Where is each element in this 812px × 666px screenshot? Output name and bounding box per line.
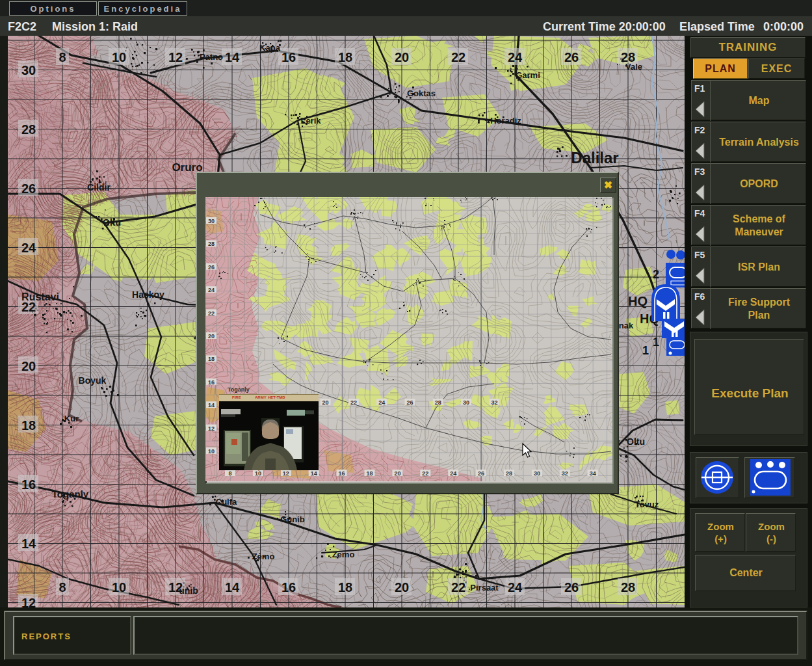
svg-text:18: 18 (338, 50, 352, 64)
svg-text:12: 12 (168, 50, 183, 64)
svg-text:Kapa: Kapa (259, 43, 281, 53)
svg-text:26: 26 (208, 264, 215, 271)
svg-text:28: 28 (621, 580, 635, 594)
svg-text:10: 10 (112, 50, 126, 64)
svg-text:Zemo: Zemo (252, 552, 275, 561)
svg-text:24: 24 (208, 287, 215, 293)
svg-text:12: 12 (21, 596, 36, 607)
svg-text:24: 24 (450, 470, 456, 477)
svg-text:10: 10 (255, 470, 261, 477)
svg-text:22: 22 (422, 470, 428, 477)
svg-text:Garmi: Garmi (516, 70, 540, 80)
svg-text:nak: nak (619, 321, 634, 330)
svg-text:Toganly: Toganly (228, 386, 250, 393)
svg-text:26: 26 (564, 50, 579, 64)
svg-text:16: 16 (208, 379, 215, 386)
svg-text:HQ: HQ (628, 294, 648, 308)
svg-text:12: 12 (208, 425, 215, 432)
svg-text:22: 22 (350, 399, 357, 406)
svg-text:14: 14 (225, 580, 240, 594)
svg-text:28: 28 (435, 399, 441, 406)
svg-text:Haskoy: Haskoy (132, 289, 164, 300)
svg-text:14: 14 (311, 470, 317, 477)
svg-text:20: 20 (208, 333, 215, 340)
svg-text:28: 28 (208, 241, 215, 247)
svg-text:2: 2 (653, 268, 659, 281)
svg-text:10: 10 (208, 448, 215, 455)
svg-text:Rustavi: Rustavi (21, 291, 59, 302)
svg-text:Tovuz: Tovuz (635, 500, 659, 509)
svg-text:Toganly: Toganly (52, 488, 89, 500)
svg-text:28: 28 (21, 122, 36, 137)
svg-text:Zemo: Zemo (332, 550, 355, 559)
svg-text:Vale: Vale (625, 62, 642, 72)
svg-text:24: 24 (508, 580, 523, 594)
svg-text:12: 12 (283, 470, 289, 477)
svg-text:unib: unib (179, 585, 198, 596)
svg-text:Boyuk: Boyuk (79, 375, 107, 386)
svg-text:26: 26 (564, 580, 579, 594)
svg-text:30: 30 (534, 470, 540, 477)
svg-text:8: 8 (59, 50, 66, 64)
svg-text:Patno: Patno (200, 52, 223, 62)
svg-text:18: 18 (366, 470, 373, 477)
svg-text:16: 16 (282, 50, 296, 64)
svg-text:Cildir: Cildir (87, 182, 111, 193)
svg-text:Pirsaat: Pirsaat (470, 583, 499, 593)
svg-text:26: 26 (21, 181, 36, 196)
svg-text:Oltu: Oltu (103, 217, 121, 228)
svg-text:24: 24 (378, 399, 385, 406)
svg-text:Culfa: Culfa (216, 497, 237, 507)
svg-text:14: 14 (225, 50, 240, 64)
svg-text:20: 20 (21, 359, 36, 373)
svg-text:30: 30 (208, 218, 215, 224)
svg-text:30: 30 (21, 63, 36, 77)
svg-text:20: 20 (394, 470, 400, 477)
svg-text:16: 16 (21, 477, 36, 492)
svg-text:28: 28 (506, 470, 512, 477)
svg-text:10: 10 (112, 580, 126, 594)
svg-text:20: 20 (395, 580, 409, 594)
svg-text:18: 18 (21, 418, 36, 433)
svg-text:32: 32 (562, 470, 568, 477)
svg-text:18: 18 (208, 356, 215, 362)
svg-text:20: 20 (322, 399, 329, 406)
svg-text:8: 8 (228, 470, 231, 477)
svg-text:20: 20 (395, 50, 409, 64)
svg-text:1: 1 (642, 344, 649, 357)
svg-text:Dalilar: Dalilar (571, 149, 618, 166)
svg-text:22: 22 (208, 310, 215, 317)
svg-text:Kur: Kur (64, 414, 79, 423)
svg-text:34: 34 (590, 470, 596, 477)
svg-text:22: 22 (451, 580, 465, 594)
svg-text:32: 32 (491, 399, 497, 406)
svg-text:16: 16 (282, 580, 296, 594)
svg-text:24: 24 (21, 241, 36, 255)
svg-text:16: 16 (339, 470, 345, 477)
svg-text:Horadiz: Horadiz (490, 116, 521, 126)
svg-text:1: 1 (653, 336, 659, 349)
svg-text:22: 22 (451, 50, 465, 64)
svg-text:Goktas: Goktas (407, 88, 436, 98)
svg-text:30: 30 (463, 399, 469, 406)
svg-text:26: 26 (478, 470, 484, 477)
svg-text:14: 14 (208, 402, 215, 408)
svg-text:26: 26 (406, 399, 413, 406)
svg-text:14: 14 (21, 537, 36, 551)
svg-text:Lerik: Lerik (300, 116, 321, 126)
svg-text:18: 18 (338, 580, 352, 594)
svg-text:Gunib: Gunib (280, 514, 305, 524)
svg-text:Oltu: Oltu (627, 436, 645, 447)
svg-text:8: 8 (59, 580, 66, 594)
svg-text:24: 24 (508, 50, 523, 64)
